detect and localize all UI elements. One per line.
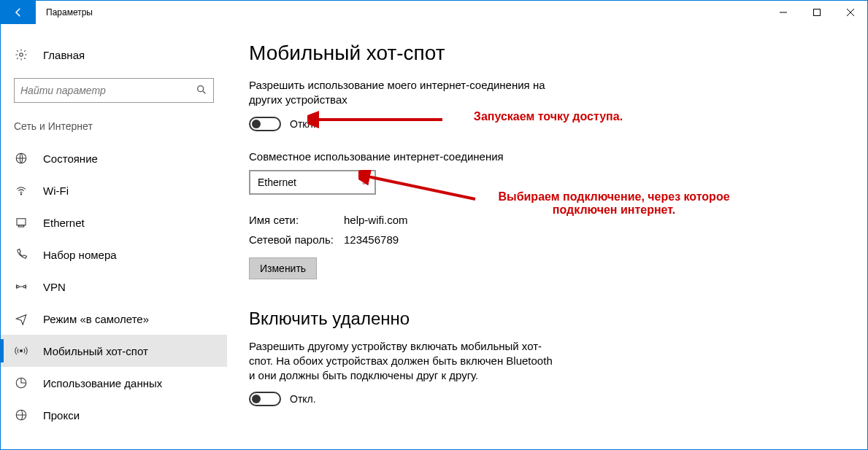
share-description: Разрешить использование моего интернет-с… [249,78,556,108]
sidebar-item-proxy[interactable]: Прокси [1,399,227,431]
sidebar-group-header: Сеть и Интернет [1,116,227,142]
connection-select[interactable]: Ethernet ⌄ [249,170,376,195]
svg-point-13 [20,350,23,352]
svg-point-8 [20,194,22,195]
network-name-label: Имя сети: [249,214,344,226]
back-button[interactable] [1,1,36,24]
sidebar-item-vpn[interactable]: VPN [1,271,227,303]
hotspot-icon [14,344,28,357]
sidebar-item-status[interactable]: Состояние [1,142,227,174]
svg-line-6 [203,91,205,93]
search-input-wrap[interactable] [14,78,214,103]
connection-select-value: Ethernet [258,176,296,188]
network-password-label: Сетевой пароль: [249,233,344,246]
remote-description: Разрешить другому устройству включать мо… [249,339,556,384]
annotation-arrow-2 [358,170,483,206]
sidebar-home-label: Главная [43,49,85,61]
svg-line-17 [364,176,475,199]
sidebar-item-label: Использование данных [43,377,162,389]
minimize-button[interactable] [767,1,800,24]
sidebar-item-hotspot[interactable]: Мобильный хот-спот [1,335,227,367]
phone-icon [14,248,28,261]
svg-rect-9 [17,219,26,225]
globe-icon [14,152,28,165]
airplane-icon [14,312,28,325]
svg-point-12 [23,286,26,288]
titlebar: Параметры [1,1,867,24]
ethernet-icon [14,216,28,229]
page-title: Мобильный хот-спот [249,42,845,65]
proxy-icon [14,408,28,422]
sidebar-item-wifi[interactable]: Wi-Fi [1,174,227,206]
share-toggle[interactable] [249,117,281,131]
share-connection-label: Совместное использование интернет-соедин… [249,150,845,163]
svg-rect-10 [18,225,24,227]
sidebar-item-airplane[interactable]: Режим «в самолете» [1,303,227,335]
svg-point-5 [198,85,204,91]
change-button[interactable]: Изменить [249,257,317,279]
vpn-icon [14,280,28,293]
share-toggle-state: Откл. [290,118,316,130]
network-password-value: 123456789 [344,233,399,246]
sidebar-home[interactable]: Главная [1,39,227,71]
remote-toggle-state: Откл. [290,393,316,405]
svg-point-4 [20,53,23,57]
sidebar-item-dialup[interactable]: Набор номера [1,238,227,271]
sidebar: Главная Сеть и Интернет Состояние Wi-Fi … [1,24,227,449]
svg-rect-1 [814,9,821,16]
chevron-down-icon: ⌄ [361,177,367,187]
remote-toggle[interactable] [249,392,281,406]
sidebar-item-label: Прокси [43,409,80,422]
sidebar-item-label: Wi-Fi [43,185,69,197]
sidebar-item-ethernet[interactable]: Ethernet [1,206,227,238]
sidebar-item-label: Набор номера [43,249,117,261]
gear-icon [14,48,28,61]
network-name-value: help-wifi.com [344,214,408,226]
sidebar-item-label: Мобильный хот-спот [43,345,148,357]
sidebar-item-label: VPN [43,281,66,293]
sidebar-item-label: Режим «в самолете» [43,313,149,325]
content: Мобильный хот-спот Разрешить использован… [227,24,867,449]
svg-point-11 [17,286,19,288]
sidebar-item-label: Состояние [43,152,98,165]
sidebar-item-datausage[interactable]: Использование данных [1,367,227,399]
sidebar-item-label: Ethernet [43,217,85,229]
close-button[interactable] [834,1,867,24]
remote-title: Включить удаленно [249,309,845,329]
wifi-icon [14,184,28,197]
search-input[interactable] [20,85,196,96]
window-title: Параметры [36,1,767,24]
data-usage-icon [14,376,28,389]
search-icon [196,84,207,98]
maximize-button[interactable] [800,1,834,24]
